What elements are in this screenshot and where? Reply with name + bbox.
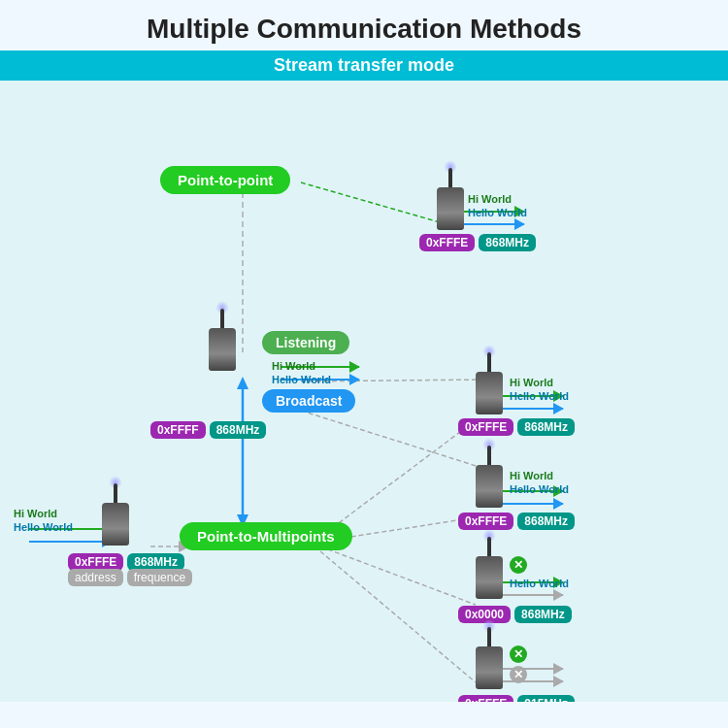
top-right-hi-world: Hi World: [468, 193, 512, 205]
left-hi-world: Hi World: [14, 508, 57, 519]
svg-marker-38: [553, 663, 564, 675]
top-right-hello-world: Hello World: [468, 207, 527, 218]
right-r5-x-circle-1: ✕: [510, 645, 527, 663]
center-hi-world: Hi World: [272, 360, 315, 372]
left-sub-badges: address frequence: [68, 569, 192, 586]
svg-marker-2: [237, 377, 248, 389]
svg-marker-28: [553, 403, 564, 414]
diagram-area: Point-to-point Listening Hi World Hello …: [0, 81, 728, 702]
right-dongle-r5: [476, 646, 503, 689]
right-dongle-r4: [476, 556, 503, 599]
svg-marker-36: [553, 589, 564, 601]
right-r3-hi-world: Hi World: [510, 470, 553, 481]
point-to-point-node: Point-to-point: [160, 166, 290, 194]
subtitle-bar: Stream transfer mode: [0, 50, 728, 81]
top-right-badges: 0xFFFE 868MHz: [419, 234, 536, 251]
page-title: Multiple Communication Methods: [0, 0, 728, 50]
right-dongle-r3: [476, 465, 503, 508]
svg-marker-22: [349, 361, 360, 373]
svg-marker-32: [553, 498, 564, 510]
center-hello-world: Hello World: [272, 374, 331, 385]
svg-marker-40: [553, 676, 564, 687]
right-r2-hello-world: Hello World: [510, 390, 569, 402]
center-dongle: [209, 328, 236, 371]
right-r4-hello-world: Hello World: [510, 578, 569, 589]
left-dongle: [102, 503, 129, 546]
listening-badge: Listening: [262, 331, 349, 354]
svg-marker-24: [349, 374, 360, 385]
top-right-dongle: [437, 187, 464, 230]
right-r2-badges: 0xFFFE 868MHz: [458, 418, 575, 436]
right-r3-badges: 0xFFFE 868MHz: [458, 513, 575, 530]
right-r2-hi-world: Hi World: [510, 377, 553, 388]
diagram-arrows: [0, 81, 728, 702]
right-r5-badges: 0xFFFE 915MHz: [458, 695, 575, 702]
right-dongle-r2: [476, 372, 503, 414]
svg-line-10: [320, 551, 476, 682]
point-to-multipoints-node: Point-to-Multipoints: [180, 522, 352, 550]
center-badges: 0xFFFF 868MHz: [150, 421, 266, 439]
right-r4-x-circle: ✕: [510, 556, 527, 574]
right-r5-x-circle-2: ✕: [510, 666, 527, 683]
svg-line-9: [320, 546, 476, 605]
left-hello-world: Hello World: [14, 521, 73, 533]
right-r3-hello-world: Hello World: [510, 483, 569, 495]
right-r4-badges: 0x0000 868MHz: [458, 606, 572, 623]
svg-marker-20: [514, 218, 525, 230]
svg-line-7: [320, 420, 476, 537]
broadcast-badge: Broadcast: [262, 389, 355, 413]
svg-line-4: [301, 182, 447, 224]
